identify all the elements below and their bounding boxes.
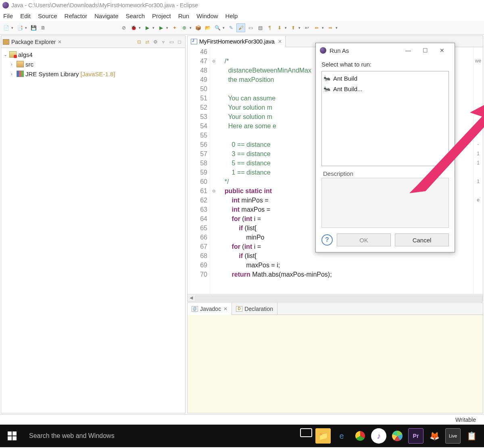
fold-gutter[interactable]: ⊖⊖ (210, 47, 217, 294)
search-dropdown[interactable]: ▾ (223, 26, 226, 30)
menu-edit[interactable]: Edit (20, 13, 31, 19)
menu-help[interactable]: Help (225, 13, 238, 19)
tab-javadoc[interactable]: @ Javadoc ✕ (188, 303, 232, 315)
new-package-dropdown[interactable]: ▾ (190, 26, 193, 30)
ant-icon: 🐜 (323, 85, 331, 92)
minimize-view-button[interactable]: ▭ (167, 38, 175, 46)
menu-run[interactable]: Run (178, 13, 190, 19)
toggle-block-button[interactable]: ▭ (246, 23, 255, 32)
run-button[interactable]: ▶ (143, 23, 152, 32)
scroll-track[interactable] (195, 296, 483, 300)
dialog-close-button[interactable]: ✕ (434, 44, 451, 56)
premiere-icon[interactable]: Pr (408, 428, 424, 444)
task-view-icon[interactable] (300, 428, 312, 437)
ok-label: OK (359, 237, 368, 244)
run-config-list[interactable]: 🐜 Ant Build 🐜 Ant Build... (321, 71, 449, 166)
back-button[interactable]: ⬅ (312, 23, 321, 32)
package-explorer-tree[interactable]: ⌄ algs4 › src › JRE System Library [Java… (1, 48, 185, 80)
list-item[interactable]: 🐜 Ant Build (323, 73, 447, 83)
expand-icon[interactable]: › (11, 62, 17, 67)
editor-tab-active[interactable]: MyFirstHomeworkFor300.java ✕ (188, 36, 286, 47)
coverage-button[interactable]: ▶ (156, 23, 165, 32)
menu-file[interactable]: File (3, 13, 13, 19)
expand-icon[interactable]: ⌄ (4, 52, 9, 57)
prev-annotation-dropdown[interactable]: ▾ (298, 26, 302, 30)
save-button[interactable]: 💾 (29, 23, 38, 32)
edge-icon[interactable]: e (334, 428, 349, 444)
start-button[interactable] (0, 431, 24, 440)
maximize-view-button[interactable]: □ (175, 38, 184, 46)
debug-dropdown[interactable]: ▾ (139, 26, 142, 30)
new-class-button[interactable]: ✦ (170, 23, 179, 32)
horizontal-scrollbar[interactable]: ◀ (188, 294, 483, 301)
toggle-mark-button[interactable]: 🖌 (236, 23, 245, 32)
javadoc-icon: @ (192, 306, 198, 312)
pin-button[interactable]: ¶ (265, 23, 274, 32)
annotation-button[interactable]: ✎ (227, 23, 236, 32)
skip-breakpoints-button[interactable]: ⊘ (119, 23, 128, 32)
tree-src-label: src (25, 61, 33, 68)
gimp-icon[interactable]: 🦊 (427, 428, 442, 444)
link-editor-button[interactable]: ⇄ (143, 38, 151, 46)
package-explorer-close-icon[interactable]: ✕ (58, 39, 62, 45)
window-titlebar: Java - C:\Users\Owner\Downloads\MyFirstH… (0, 0, 484, 10)
show-whitespace-button[interactable]: ▤ (256, 23, 265, 32)
view-menu-button[interactable]: ▿ (159, 38, 167, 46)
tree-src[interactable]: › src (4, 59, 183, 69)
menu-window[interactable]: Window (196, 13, 218, 19)
menu-refactor[interactable]: Refactor (65, 13, 88, 19)
menu-source[interactable]: Source (38, 13, 57, 19)
close-icon[interactable]: ✕ (223, 306, 227, 312)
taskbar-search-placeholder: Search the web and Windows (29, 432, 115, 440)
last-edit-button[interactable]: ↩ (302, 23, 311, 32)
scroll-left-icon[interactable]: ◀ (188, 295, 195, 300)
help-button[interactable]: ? (321, 234, 333, 246)
run-dropdown[interactable]: ▾ (152, 26, 156, 30)
tab-declaration[interactable]: D Declaration (232, 303, 277, 315)
tree-jre-label: JRE System Library (25, 71, 79, 77)
dialog-maximize-button[interactable]: ☐ (417, 44, 434, 56)
dialog-body: Select what to run: 🐜 Ant Build 🐜 Ant Bu… (316, 58, 455, 252)
new-button[interactable]: 📄 (2, 23, 10, 32)
forward-button[interactable]: ➡ (326, 23, 335, 32)
next-annotation-dropdown[interactable]: ▾ (285, 26, 288, 30)
collapse-all-button[interactable]: ⊟ (135, 38, 143, 46)
coverage-dropdown[interactable]: ▾ (166, 26, 169, 30)
filter-button[interactable]: ⚙ (151, 38, 159, 46)
file-explorer-icon[interactable]: 📁 (315, 428, 331, 444)
menu-project[interactable]: Project (152, 13, 171, 19)
open-button[interactable]: 📑 (15, 23, 24, 32)
package-explorer-view: Package Explorer ✕ ⊟ ⇄ ⚙ ▿ ▭ □ ⌄ algs4 ›… (1, 35, 186, 413)
forward-dropdown[interactable]: ▾ (336, 26, 339, 30)
tree-jre[interactable]: › JRE System Library [JavaSE-1.8] (4, 69, 183, 79)
debug-button[interactable]: 🐞 (129, 23, 138, 32)
overview-ruler[interactable]: we-111e (473, 47, 483, 294)
back-dropdown[interactable]: ▾ (322, 26, 325, 30)
dialog-minimize-button[interactable]: — (400, 44, 417, 56)
picasa-icon[interactable] (390, 428, 405, 444)
tree-project[interactable]: ⌄ algs4 (4, 50, 183, 59)
close-icon[interactable]: ✕ (278, 39, 282, 44)
itunes-icon[interactable]: ♪ (371, 428, 386, 444)
dialog-titlebar[interactable]: Run As — ☐ ✕ (316, 43, 455, 58)
menu-search[interactable]: Search (125, 13, 145, 19)
save-all-button[interactable]: 🗎 (39, 23, 48, 32)
list-item[interactable]: 🐜 Ant Build... (323, 83, 447, 94)
ok-button[interactable]: OK (337, 233, 391, 246)
chrome-icon[interactable] (353, 428, 368, 444)
editor-tab-label: MyFirstHomeworkFor300.java (199, 38, 275, 45)
search-button[interactable]: 🔍 (213, 23, 222, 32)
open-type-button[interactable]: 📦 (194, 23, 202, 32)
cancel-button[interactable]: Cancel (395, 233, 449, 246)
open-task-button[interactable]: 📂 (203, 23, 212, 32)
taskbar-search[interactable]: Search the web and Windows (24, 425, 202, 447)
menu-navigate[interactable]: Navigate (94, 13, 118, 19)
next-annotation-button[interactable]: ⬇ (275, 23, 284, 32)
prev-annotation-button[interactable]: ⬆ (289, 23, 298, 32)
notes-icon[interactable]: 📋 (464, 428, 479, 444)
open-dropdown[interactable]: ▾ (25, 26, 28, 30)
new-package-button[interactable]: ⊕ (180, 23, 189, 32)
expand-icon[interactable]: › (11, 71, 17, 76)
new-dropdown[interactable]: ▾ (11, 26, 15, 30)
live-icon[interactable]: Live (445, 428, 461, 444)
